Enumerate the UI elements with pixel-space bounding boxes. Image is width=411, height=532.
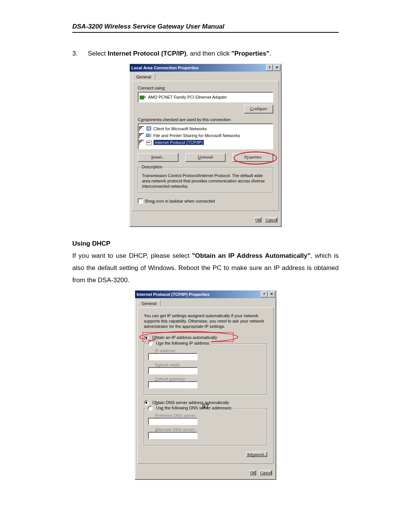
tcpip-properties-dialog: Internet Protocol (TCP/IP) Properties ? … [135, 290, 276, 480]
component-label: Client for Microsoft Networks [153, 126, 207, 131]
titlebar[interactable]: Local Area Connection Properties ? ✕ [130, 64, 281, 72]
ok-button[interactable]: OK [250, 470, 256, 475]
adapter-name: AMD PCNET Family PCI Ethernet Adapter [148, 95, 227, 99]
cancel-button[interactable]: Cancel [260, 470, 272, 475]
advanced-button[interactable]: Advanced... [246, 452, 267, 457]
pref-dns-label: Preferred DNS server: [148, 413, 216, 418]
configure-button[interactable]: Configure [244, 105, 273, 113]
help-button[interactable]: ? [266, 65, 273, 71]
show-icon-label: Show icon in taskbar when connected [145, 199, 215, 203]
lan-properties-dialog: Local Area Connection Properties ? ✕ Gen… [129, 64, 282, 227]
ip-address-label: IP address: [148, 348, 216, 353]
step-text-post: . [269, 50, 271, 57]
tab-panel: You can get IP settings assigned automat… [137, 307, 274, 464]
radio-obtain-ip[interactable]: Obtain an IP address automatically [144, 334, 267, 341]
using-dhcp-heading: Using DHCP [72, 240, 339, 248]
ok-button[interactable]: OK [255, 217, 262, 222]
nic-icon [140, 95, 146, 99]
use-dns-group: Use the following DNS server addresses: … [144, 408, 267, 446]
component-tcpip[interactable]: Internet Protocol (TCP/IP) [139, 139, 272, 146]
checkbox-icon[interactable] [139, 126, 144, 131]
install-button[interactable]: Install... [138, 153, 178, 162]
preferred-dns-field[interactable]: ... [148, 418, 198, 425]
dialog-title: Local Area Connection Properties [131, 64, 265, 71]
properties-button[interactable]: Properties [233, 153, 273, 162]
use-ip-label[interactable]: Use the following IP address: [156, 341, 210, 345]
step-3: 3. Select Internet Protocol (TCP/IP), an… [72, 50, 339, 58]
component-label: File and Printer Sharing for Microsoft N… [153, 133, 240, 138]
alt-dns-label: Alternate DNS server: [148, 427, 216, 432]
protocol-icon [146, 140, 152, 145]
component-client[interactable]: Client for Microsoft Networks [139, 125, 272, 132]
configure-label: onfigure [253, 106, 267, 111]
step-text-bold2: "Properties" [231, 50, 269, 57]
checkbox-icon[interactable] [139, 140, 144, 145]
radio-icon[interactable] [148, 341, 153, 346]
intro-text: You can get IP settings assigned automat… [144, 313, 267, 329]
close-button[interactable]: ✕ [268, 291, 275, 297]
connect-using-label: Connect using: [138, 86, 273, 90]
step-text-mid: , and then click [186, 50, 231, 57]
titlebar[interactable]: Internet Protocol (TCP/IP) Properties ? … [135, 291, 276, 298]
adapter-field: AMD PCNET Family PCI Ethernet Adapter [138, 92, 273, 102]
dialog-footer: OK Cancel [135, 466, 276, 479]
gateway-field[interactable]: ... [148, 381, 198, 388]
dhcp-p1a: If you want to use DHCP, please select [72, 252, 192, 259]
dialog-title: Internet Protocol (TCP/IP) Properties [137, 291, 260, 298]
tab-general[interactable]: General [137, 300, 161, 307]
tab-general[interactable]: General [132, 73, 155, 80]
components-label: Components checked are used by this conn… [138, 117, 273, 122]
description-legend: Description [140, 165, 164, 169]
tab-strip: General [130, 72, 281, 81]
step-text-pre: Select [88, 50, 108, 57]
uninstall-button[interactable]: Uninstall [185, 153, 226, 162]
cancel-button[interactable]: Cancel [265, 217, 277, 222]
description-text: Transmission Control Protocol/Internet P… [142, 173, 269, 189]
alternate-dns-field[interactable]: ... [148, 432, 198, 439]
dhcp-paragraph: If you want to use DHCP, please select "… [72, 250, 339, 286]
tab-strip: General [135, 298, 276, 307]
help-button[interactable]: ? [261, 291, 268, 297]
use-ip-group: Use the following IP address: IP address… [144, 343, 267, 395]
close-button[interactable]: ✕ [274, 65, 280, 71]
share-icon [146, 133, 152, 138]
tab-panel: Connect using: AMD PCNET Family PCI Ethe… [132, 81, 279, 211]
page-number: 97 [0, 403, 411, 410]
components-list[interactable]: Client for Microsoft Networks File and P… [138, 123, 273, 149]
checkbox-icon[interactable] [138, 198, 143, 204]
subnet-label: Subnet mask: [148, 363, 216, 367]
gateway-label: Default gateway: [148, 377, 216, 381]
checkbox-icon[interactable] [139, 133, 144, 138]
description-group: Description Transmission Control Protoco… [138, 167, 273, 193]
show-icon-row[interactable]: Show icon in taskbar when connected [138, 198, 273, 204]
subnet-field[interactable]: ... [148, 367, 198, 374]
radio-icon[interactable] [144, 335, 149, 340]
manual-page: DSA-3200 Wireless Service Gateway User M… [0, 0, 411, 532]
step-text-bold1: Internet Protocol (TCP/IP) [108, 50, 186, 57]
client-icon [146, 126, 152, 131]
component-fileshare[interactable]: File and Printer Sharing for Microsoft N… [139, 132, 272, 139]
dialog-footer: OK Cancel [130, 213, 281, 227]
dhcp-p1b: "Obtain an IP Address Automatically" [192, 252, 311, 259]
ip-address-field[interactable]: ... [148, 353, 198, 360]
component-buttons: Install... Uninstall Properties [138, 153, 273, 162]
step-number: 3. [72, 50, 86, 58]
component-label-selected: Internet Protocol (TCP/IP) [153, 140, 204, 145]
page-header: DSA-3200 Wireless Service Gateway User M… [72, 23, 339, 33]
